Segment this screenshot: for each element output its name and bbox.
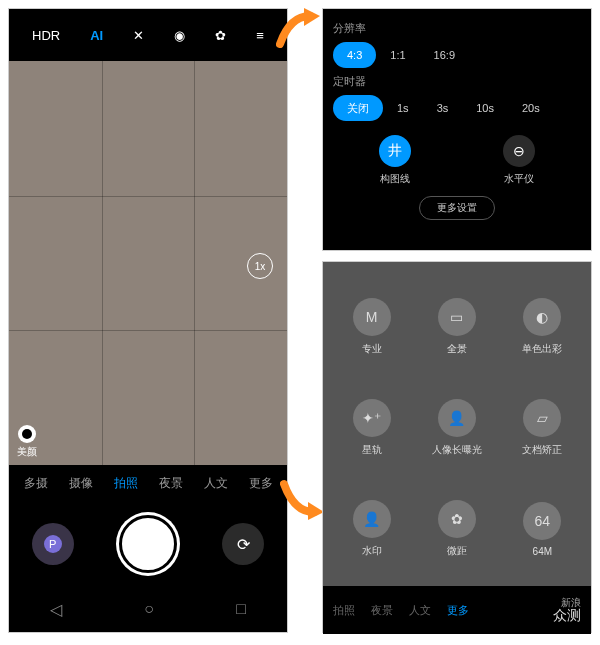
watermark-logo: 新浪 众测 bbox=[553, 597, 581, 623]
bar-street[interactable]: 人文 bbox=[409, 603, 431, 618]
mode-label: 全景 bbox=[418, 342, 495, 356]
mode-portrait-longexp[interactable]: 👤 人像长曝光 bbox=[418, 399, 495, 457]
mode-label: 单色出彩 bbox=[504, 342, 581, 356]
manual-icon: M bbox=[353, 298, 391, 336]
effects-icon[interactable]: ✿ bbox=[215, 28, 226, 43]
timer-20s[interactable]: 20s bbox=[508, 95, 554, 121]
modes-grid: M 专业 ▭ 全景 ◐ 单色出彩 ✦⁺ 星轨 👤 人像长曝光 ▱ 文档矫正 👤 … bbox=[323, 262, 591, 586]
mode-monochrome[interactable]: ◐ 单色出彩 bbox=[504, 298, 581, 356]
zoom-button[interactable]: 1x bbox=[247, 253, 273, 279]
mode-street[interactable]: 人文 bbox=[204, 475, 228, 492]
viewfinder[interactable]: 1x 美颜 bbox=[9, 61, 287, 465]
bar-photo[interactable]: 拍照 bbox=[333, 603, 355, 618]
mode-macro[interactable]: ✿ 微距 bbox=[418, 500, 495, 558]
camera-top-toolbar: HDR AI ✕ ◉ ✿ ≡ bbox=[9, 9, 287, 61]
timer-segmented: 关闭 1s 3s 10s 20s bbox=[333, 95, 581, 121]
document-icon: ▱ bbox=[523, 399, 561, 437]
mode-label: 微距 bbox=[418, 544, 495, 558]
timer-1s[interactable]: 1s bbox=[383, 95, 423, 121]
level-icon: ⊖ bbox=[503, 135, 535, 167]
grid-line bbox=[102, 61, 103, 465]
back-icon[interactable]: ◁ bbox=[50, 600, 62, 619]
more-settings-button[interactable]: 更多设置 bbox=[419, 196, 495, 220]
ai-toggle[interactable]: AI bbox=[90, 28, 103, 43]
mode-label: 人像长曝光 bbox=[418, 443, 495, 457]
arrow-icon bbox=[280, 478, 328, 526]
grid-line bbox=[9, 330, 287, 331]
level-toggle[interactable]: ⊖ 水平仪 bbox=[503, 135, 535, 186]
grid-line bbox=[9, 196, 287, 197]
panorama-icon: ▭ bbox=[438, 298, 476, 336]
mode-startrails[interactable]: ✦⁺ 星轨 bbox=[333, 399, 410, 457]
arrow-icon bbox=[276, 4, 324, 52]
recents-icon[interactable]: □ bbox=[236, 600, 246, 618]
android-navbar: ◁ ○ □ bbox=[9, 587, 287, 631]
settings-toggles: 井 构图线 ⊖ 水平仪 bbox=[333, 135, 581, 186]
bar-night[interactable]: 夜景 bbox=[371, 603, 393, 618]
beauty-icon bbox=[18, 425, 36, 443]
timer-off[interactable]: 关闭 bbox=[333, 95, 383, 121]
gallery-thumbnail[interactable]: P bbox=[32, 523, 74, 565]
level-label: 水平仪 bbox=[503, 172, 535, 186]
bar-more[interactable]: 更多 bbox=[447, 603, 469, 618]
menu-icon[interactable]: ≡ bbox=[256, 28, 264, 43]
timer-10s[interactable]: 10s bbox=[462, 95, 508, 121]
logo-line2: 众测 bbox=[553, 608, 581, 623]
mode-label: 水印 bbox=[333, 544, 410, 558]
contrast-icon: ◐ bbox=[523, 298, 561, 336]
switch-camera-button[interactable]: ⟳ bbox=[222, 523, 264, 565]
mode-panorama[interactable]: ▭ 全景 bbox=[418, 298, 495, 356]
resolution-label: 分辨率 bbox=[333, 21, 581, 36]
grid-icon: 井 bbox=[379, 135, 411, 167]
mode-photo[interactable]: 拍照 bbox=[114, 475, 138, 492]
gridlines-toggle[interactable]: 井 构图线 bbox=[379, 135, 411, 186]
ratio-1-1[interactable]: 1:1 bbox=[376, 42, 419, 68]
thumbnail-letter: P bbox=[44, 535, 62, 553]
portrait-icon: 👤 bbox=[438, 399, 476, 437]
flower-icon: ✿ bbox=[438, 500, 476, 538]
mode-night[interactable]: 夜景 bbox=[159, 475, 183, 492]
timer-3s[interactable]: 3s bbox=[423, 95, 463, 121]
mode-document[interactable]: ▱ 文档矫正 bbox=[504, 399, 581, 457]
beauty-label: 美颜 bbox=[17, 445, 37, 459]
ratio-16-9[interactable]: 16:9 bbox=[420, 42, 469, 68]
star-icon: ✦⁺ bbox=[353, 399, 391, 437]
camera-viewfinder-panel: HDR AI ✕ ◉ ✿ ≡ 1x 美颜 多摄 摄像 拍照 夜景 人文 更多 P… bbox=[8, 8, 288, 633]
person-icon: 👤 bbox=[353, 500, 391, 538]
filter-icon[interactable]: ◉ bbox=[174, 28, 185, 43]
flash-icon[interactable]: ✕ bbox=[133, 28, 144, 43]
more-modes-panel: M 专业 ▭ 全景 ◐ 单色出彩 ✦⁺ 星轨 👤 人像长曝光 ▱ 文档矫正 👤 … bbox=[322, 261, 592, 633]
resolution-segmented: 4:3 1:1 16:9 bbox=[333, 42, 581, 68]
hdr-toggle[interactable]: HDR bbox=[32, 28, 60, 43]
mode-label: 64M bbox=[504, 546, 581, 557]
mode-label: 星轨 bbox=[333, 443, 410, 457]
shutter-button[interactable] bbox=[119, 515, 177, 573]
mode-64m[interactable]: 64 64M bbox=[504, 502, 581, 557]
home-icon[interactable]: ○ bbox=[144, 600, 154, 618]
grid-line bbox=[194, 61, 195, 465]
mode-more[interactable]: 更多 bbox=[249, 475, 273, 492]
timer-label: 定时器 bbox=[333, 74, 581, 89]
mode-label: 文档矫正 bbox=[504, 443, 581, 457]
bottom-mode-bar: 拍照 夜景 人文 更多 新浪 众测 bbox=[323, 586, 591, 634]
gridlines-label: 构图线 bbox=[379, 172, 411, 186]
ratio-4-3[interactable]: 4:3 bbox=[333, 42, 376, 68]
camera-settings-panel: 分辨率 4:3 1:1 16:9 定时器 关闭 1s 3s 10s 20s 井 … bbox=[322, 8, 592, 251]
beauty-button[interactable]: 美颜 bbox=[17, 425, 37, 459]
mode-video[interactable]: 摄像 bbox=[69, 475, 93, 492]
mode-multi[interactable]: 多摄 bbox=[24, 475, 48, 492]
camera-controls: P ⟳ bbox=[9, 501, 287, 587]
mode-watermark[interactable]: 👤 水印 bbox=[333, 500, 410, 558]
64m-icon: 64 bbox=[523, 502, 561, 540]
mode-label: 专业 bbox=[333, 342, 410, 356]
mode-pro[interactable]: M 专业 bbox=[333, 298, 410, 356]
camera-mode-strip[interactable]: 多摄 摄像 拍照 夜景 人文 更多 bbox=[9, 465, 287, 501]
